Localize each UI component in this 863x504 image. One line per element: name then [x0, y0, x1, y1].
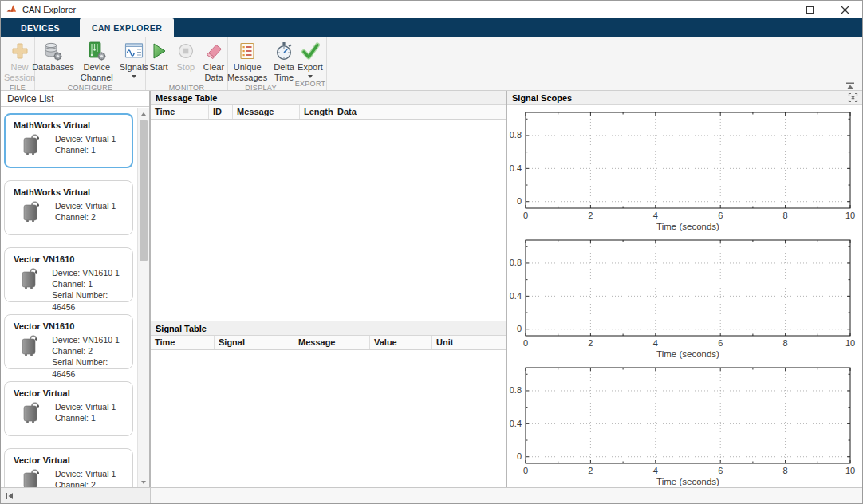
export-button[interactable]: Export [295, 39, 325, 79]
close-button[interactable] [827, 1, 862, 18]
svg-text:10: 10 [845, 338, 855, 348]
device-card-mathworks-virtual-ch2[interactable]: MathWorks Virtual Device: Virtual 1 [4, 180, 133, 235]
chevron-down-icon [132, 75, 136, 78]
svg-text:0.8: 0.8 [510, 385, 522, 395]
column-header-time[interactable]: Time [151, 105, 209, 119]
maximize-button[interactable] [792, 1, 827, 18]
tab-can-explorer[interactable]: CAN EXPLORER [80, 18, 174, 37]
signal-scopes-body: 024681000.40.8Time (seconds) 024681000.4… [507, 105, 862, 489]
signal-table-title: Signal Table [151, 321, 506, 336]
window-title: CAN Explorer [22, 5, 76, 14]
scroll-down-icon[interactable] [138, 478, 149, 487]
device-card-vector-virtual-ch1[interactable]: Vector Virtual Device: Virtual 1 Cha [4, 381, 133, 436]
status-bar [1, 487, 862, 503]
device-icon [18, 199, 45, 223]
svg-text:8: 8 [783, 466, 788, 475]
column-header-id[interactable]: ID [209, 105, 233, 119]
maximize-icon [806, 6, 814, 14]
databases-button[interactable]: Databases [30, 39, 77, 73]
databases-icon [42, 40, 63, 62]
svg-text:10: 10 [845, 466, 855, 475]
device-icon [18, 400, 45, 424]
ribbon-toolbar: New Session FILE [1, 37, 862, 91]
ribbon-group-label-export: EXPORT [294, 80, 326, 90]
svg-text:8: 8 [783, 338, 788, 348]
svg-text:2: 2 [588, 338, 593, 348]
message-list-icon [238, 40, 257, 62]
svg-text:6: 6 [718, 211, 723, 220]
start-icon [149, 40, 168, 62]
svg-text:0.4: 0.4 [510, 291, 522, 301]
svg-text:4: 4 [653, 211, 658, 220]
svg-text:0.4: 0.4 [510, 163, 522, 173]
device-icon [18, 333, 42, 380]
svg-text:0: 0 [523, 338, 528, 348]
ribbon-group-monitor: Start Stop [146, 37, 228, 90]
scrollbar-thumb[interactable] [140, 120, 148, 261]
minimize-button[interactable] [757, 1, 792, 18]
signal-table-body [151, 350, 506, 489]
svg-text:0: 0 [523, 466, 528, 475]
column-header-time[interactable]: Time [151, 336, 215, 349]
device-channel-button[interactable]: Device Channel [78, 39, 116, 84]
svg-text:2: 2 [588, 211, 593, 220]
window-controls [757, 1, 862, 18]
column-header-message[interactable]: Message [294, 336, 370, 349]
column-header-unit[interactable]: Unit [432, 336, 506, 349]
svg-text:Time (seconds): Time (seconds) [656, 477, 719, 486]
device-list-header: Device List [1, 91, 149, 107]
svg-text:0.8: 0.8 [510, 130, 522, 140]
svg-text:0: 0 [517, 324, 522, 333]
tab-devices[interactable]: DEVICES [9, 18, 72, 37]
svg-text:2: 2 [588, 466, 593, 475]
device-card-mathworks-virtual-ch1[interactable]: MathWorks Virtual [4, 113, 133, 168]
scroll-to-start-icon[interactable] [5, 492, 14, 500]
device-card-list: MathWorks Virtual [1, 107, 137, 489]
svg-text:Time (seconds): Time (seconds) [656, 222, 719, 231]
toolstrip-tabs: DEVICES CAN EXPLORER [1, 18, 862, 37]
collapse-toolstrip-icon[interactable] [845, 79, 857, 89]
column-header-data[interactable]: Data [333, 105, 506, 119]
start-button[interactable]: Start [147, 39, 171, 73]
clear-data-button[interactable]: Clear Data [201, 39, 227, 84]
unique-messages-button[interactable]: Unique Messages [225, 39, 270, 84]
svg-text:4: 4 [653, 466, 658, 475]
svg-text:6: 6 [718, 338, 723, 348]
column-header-signal[interactable]: Signal [215, 336, 294, 349]
message-table-title: Message Table [151, 91, 506, 105]
new-session-plus-icon [10, 40, 30, 62]
svg-text:0.8: 0.8 [510, 258, 522, 267]
stopwatch-icon [274, 40, 294, 62]
column-header-message[interactable]: Message [233, 105, 300, 119]
can-explorer-window: CAN Explorer DEVICES CAN EXPLORER [0, 0, 863, 504]
signal-scopes-panel: Signal Scopes 024681000.40.8Time (second… [507, 91, 862, 489]
svg-text:0: 0 [517, 196, 522, 206]
export-check-icon [300, 40, 321, 62]
signal-table-header-row: Time Signal Message Value Unit [151, 336, 506, 350]
stop-button: Stop [174, 39, 198, 73]
device-icon [18, 132, 45, 156]
svg-text:0.4: 0.4 [510, 419, 522, 428]
svg-text:Time (seconds): Time (seconds) [656, 349, 719, 359]
scroll-up-icon[interactable] [138, 109, 149, 119]
device-list-hscrollbar[interactable] [1, 488, 151, 503]
matlab-logo-icon [6, 4, 18, 15]
delta-time-button[interactable]: Delta Time [271, 39, 297, 84]
signal-scope-axes-2: 024681000.40.8Time (seconds) [507, 233, 862, 360]
expand-panel-icon[interactable] [848, 93, 859, 104]
svg-text:0: 0 [523, 211, 528, 220]
device-list-scrollbar[interactable] [137, 108, 149, 489]
device-icon [18, 467, 45, 489]
svg-text:8: 8 [783, 211, 788, 220]
svg-text:6: 6 [718, 466, 723, 475]
device-icon [18, 266, 42, 313]
device-card-vector-virtual-ch2[interactable]: Vector Virtual Device: Virtual 1 Cha [4, 448, 133, 489]
svg-text:4: 4 [653, 338, 658, 348]
message-table-body [151, 120, 506, 321]
device-card-vector-vn1610-ch1[interactable]: Vector VN1610 Device: VN1610 1 Chann [4, 247, 133, 302]
column-header-length[interactable]: Length [300, 105, 333, 119]
close-icon [841, 6, 849, 14]
tables-panel: Message Table Time ID Message Length Dat… [151, 91, 507, 489]
column-header-value[interactable]: Value [370, 336, 432, 349]
device-card-vector-vn1610-ch2[interactable]: Vector VN1610 Device: VN1610 1 Chann [4, 314, 133, 369]
